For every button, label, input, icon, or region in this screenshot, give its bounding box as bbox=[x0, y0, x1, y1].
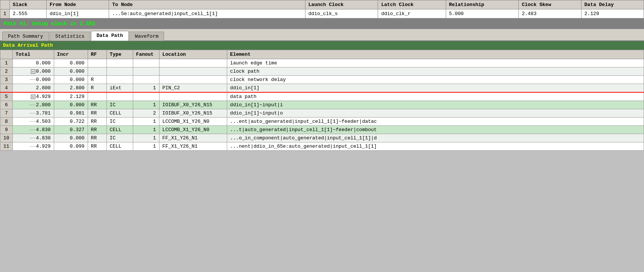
col-latch-clock: Latch Clock bbox=[378, 0, 446, 9]
tab-waveform[interactable]: Waveform bbox=[129, 32, 164, 41]
tree-line bbox=[30, 105, 35, 105]
tab-statistics[interactable]: Statistics bbox=[50, 32, 90, 41]
collapse-icon[interactable]: - bbox=[31, 69, 35, 74]
tree-line bbox=[30, 138, 35, 138]
tree-line bbox=[30, 121, 35, 122]
table-row: 114.9290.099RRCELL1FF_X1_Y26_N1...nent|d… bbox=[0, 142, 644, 151]
tree-line bbox=[30, 79, 35, 80]
table-row: 5-4.9292.129data path bbox=[0, 92, 644, 101]
tabs-bar: Path SummaryStatisticsData PathWaveform bbox=[0, 29, 644, 41]
path-header: Path #1: Setup slack is 2.555 bbox=[0, 18, 644, 29]
col-num bbox=[0, 0, 10, 9]
table-row: 42.8002.800RiExt1PIN_C2ddio_in[1] bbox=[0, 84, 644, 93]
col-to-node: To Node bbox=[109, 0, 305, 9]
table-row: 2-0.0000.000clock path bbox=[0, 67, 644, 76]
table-row: 10.0000.000launch edge time bbox=[0, 59, 644, 67]
summary-table: Slack From Node To Node Launch Clock Lat… bbox=[0, 0, 644, 18]
col-slack: Slack bbox=[9, 0, 46, 9]
col-data-delay: Data Delay bbox=[581, 0, 644, 9]
table-row: 30.0000.000Rclock network delay bbox=[0, 76, 644, 84]
col-from-node: From Node bbox=[46, 0, 109, 9]
col-clock-skew: Clock Skew bbox=[519, 0, 581, 9]
table-row: 62.8000.000RRIC1IOIBUF_X0_Y26_N15ddio_in… bbox=[0, 101, 644, 109]
table-row: 94.8300.327RRCELL1LCCOMB_X1_Y26_N0...t|a… bbox=[0, 126, 644, 134]
col-relationship: Relationship bbox=[446, 0, 519, 9]
tree-line bbox=[30, 130, 35, 130]
data-table: TotalIncrRFTypeFanoutLocationElement 10.… bbox=[0, 50, 644, 151]
collapse-icon[interactable]: - bbox=[31, 95, 35, 99]
tree-line bbox=[30, 113, 35, 113]
table-row: 84.5030.722RRIC1LCCOMB_X1_Y26_N0...ent|a… bbox=[0, 118, 644, 126]
tab-data-path[interactable]: Data Path bbox=[91, 31, 129, 41]
section-header: Data Arrival Path bbox=[0, 41, 644, 50]
col-launch-clock: Launch Clock bbox=[305, 0, 378, 9]
tree-line bbox=[30, 146, 35, 147]
tab-path-summary[interactable]: Path Summary bbox=[2, 32, 49, 41]
table-row: 73.7810.981RRCELL2IOIBUF_X0_Y26_N15ddio_… bbox=[0, 109, 644, 118]
table-row: 104.8300.000RRIC1FF_X1_Y26_N1...o_in_com… bbox=[0, 134, 644, 142]
